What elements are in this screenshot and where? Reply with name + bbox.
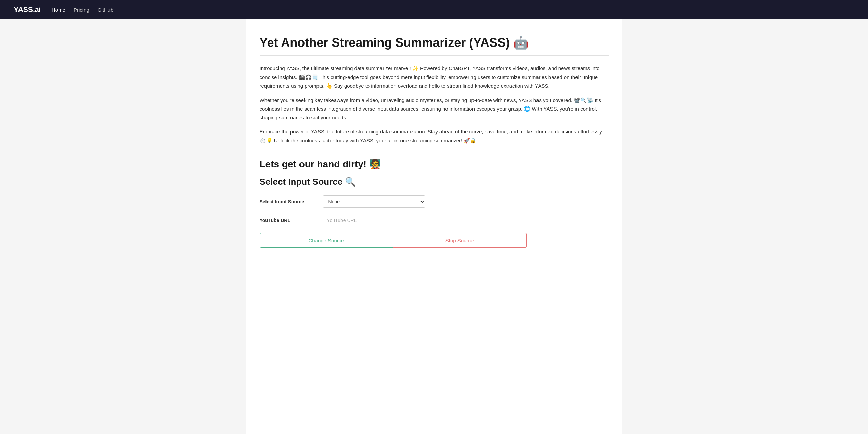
stop-source-button[interactable]: Stop Source — [393, 233, 527, 248]
change-source-button[interactable]: Change Source — [260, 233, 393, 248]
navbar-link-pricing[interactable]: Pricing — [74, 7, 89, 13]
page-title: Yet Another Streaming Summarizer (YASS) … — [260, 36, 609, 56]
navbar-link-github[interactable]: GitHub — [98, 7, 114, 13]
youtube-url-input[interactable] — [323, 215, 425, 226]
navbar: YASS.ai Home Pricing GitHub — [0, 0, 868, 19]
source-select[interactable]: None YouTube Audio News — [323, 195, 425, 208]
main-content: Yet Another Streaming Summarizer (YASS) … — [246, 19, 622, 434]
description-para-3: Embrace the power of YASS, the future of… — [260, 127, 609, 145]
section-title-hands: Lets get our hand dirty! 🧑‍🏫 — [260, 158, 609, 170]
section-title-source-text: Select Input Source 🔍 — [260, 177, 356, 187]
section-title-source: Select Input Source 🔍 — [260, 177, 609, 187]
description-para-2: Whether you're seeking key takeaways fro… — [260, 96, 609, 122]
buttons-container: Change Source Stop Source — [260, 233, 527, 248]
form-section: Select Input Source None YouTube Audio N… — [260, 195, 609, 248]
source-label: Select Input Source — [260, 199, 314, 204]
navbar-brand: YASS.ai — [14, 5, 41, 14]
form-row-source: Select Input Source None YouTube Audio N… — [260, 195, 609, 208]
description-para-1: Introducing YASS, the ultimate streaming… — [260, 64, 609, 90]
youtube-label: YouTube URL — [260, 218, 314, 223]
description-section: Introducing YASS, the ultimate streaming… — [260, 64, 609, 145]
navbar-links: Home Pricing GitHub — [52, 7, 114, 13]
navbar-link-home[interactable]: Home — [52, 7, 65, 13]
form-row-youtube: YouTube URL — [260, 215, 609, 226]
